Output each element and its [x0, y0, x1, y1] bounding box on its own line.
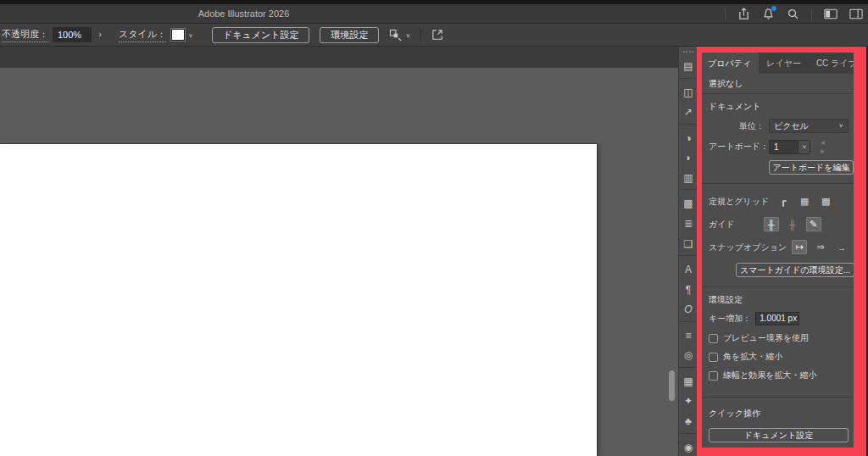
graphic-styles-panel-icon[interactable]: ✦	[680, 392, 697, 408]
opacity-label[interactable]: 不透明度：	[2, 28, 48, 42]
chevron-down-icon: ∨	[838, 123, 843, 129]
tab-layers[interactable]: レイヤー	[759, 53, 809, 74]
chevron-down-icon[interactable]: ∨	[188, 31, 193, 37]
bell-icon[interactable]	[762, 8, 775, 20]
title-bar: Adobe Illustrator 2026	[0, 4, 868, 24]
snap-options-label: スナップオプション	[709, 242, 787, 253]
scale-strokes-effects-checkbox[interactable]	[709, 371, 718, 381]
use-preview-bounds-label: プレビュー境界を使用	[723, 332, 809, 344]
smart-guides-icon[interactable]: ✎	[806, 217, 821, 231]
tab-cc-libraries[interactable]: CC ライブラリ	[809, 53, 868, 74]
control-bar: 不透明度： 100% › スタイル： ∨ ドキュメント設定 環境設定 ∨ ↦ ∩…	[0, 24, 868, 47]
document-heading: ドキュメント	[709, 101, 849, 113]
opacity-expand-button[interactable]: ›	[93, 27, 107, 42]
vertical-scrollbar[interactable]	[669, 370, 675, 401]
opacity-input[interactable]: 100%	[53, 27, 92, 42]
search-icon[interactable]	[787, 8, 799, 20]
rulers-grid-label: 定規とグリッド	[709, 196, 769, 208]
key-increment-input[interactable]: 1.0001 px	[755, 312, 799, 325]
artboard[interactable]	[0, 144, 597, 456]
gradient-panel-icon[interactable]: ◗	[680, 149, 697, 164]
smart-guides-preferences-button[interactable]: スマートガイドの環境設定...	[736, 263, 854, 277]
tab-properties[interactable]: プロパティ	[700, 53, 759, 74]
toolbar-divider	[420, 28, 421, 42]
unit-select[interactable]: ピクセル ∨	[769, 119, 849, 133]
window-icon[interactable]	[849, 8, 863, 19]
character-panel-icon[interactable]: A	[680, 261, 697, 276]
guides-label: ガイド	[709, 219, 735, 231]
properties-panel-icon[interactable]: ▤	[680, 58, 697, 73]
preferences-button[interactable]: 環境設定	[320, 27, 379, 43]
scale-strokes-effects-label: 線幅と効果を拡大・縮小	[723, 370, 816, 381]
snap-to-pixel-icon[interactable]: →	[834, 240, 849, 254]
quick-actions-heading: クイック操作	[709, 408, 849, 420]
dock-group-divider	[679, 255, 698, 256]
paragraph-panel-icon[interactable]: ¶	[680, 281, 697, 297]
artboard-select[interactable]: 1	[769, 140, 798, 154]
quick-actions-section: クイック操作 ドキュメント設定 環境設定 ベクターを生成	[700, 408, 854, 456]
quick-preferences-button[interactable]: 環境設定	[709, 448, 849, 456]
show-guides-icon[interactable]: ╫	[764, 217, 779, 231]
edit-artboards-button[interactable]: アートボードを編集	[769, 160, 854, 175]
preferences-heading: 環境設定	[709, 294, 849, 306]
asset-export-panel-icon[interactable]: ◉	[680, 439, 697, 454]
dock-group-divider	[679, 78, 698, 79]
selection-status: 選択なし	[700, 74, 854, 94]
rulers-guides-section: 定規とグリッド ┏ ▦ ▩ ガイド ╫ ╫ ✎ スナップオプション ↦	[700, 194, 854, 287]
share-icon[interactable]	[737, 8, 750, 20]
chevron-down-icon: ∨	[802, 143, 807, 149]
arrange-icon[interactable]: ∨	[389, 29, 410, 41]
symbols-panel-icon[interactable]: ♣	[680, 413, 697, 428]
export-canvas-icon[interactable]	[431, 29, 444, 42]
use-preview-bounds-checkbox[interactable]	[709, 334, 718, 343]
grid-icon[interactable]: ▦	[797, 194, 812, 209]
dock-group-divider	[679, 124, 698, 125]
workspace-icon[interactable]	[824, 8, 837, 19]
appearance-panel-icon[interactable]: ▦	[680, 373, 697, 388]
pathfinder-panel-icon[interactable]: ❏	[680, 236, 697, 251]
color-panel-icon[interactable]: ◑	[680, 130, 697, 145]
opentype-panel-icon[interactable]: O	[680, 301, 697, 316]
quick-document-setup-button[interactable]: ドキュメント設定	[709, 428, 849, 442]
pixel-grid-icon[interactable]: ▩	[818, 194, 833, 209]
key-increment-label: キー増加：	[709, 313, 751, 325]
chevron-down-icon[interactable]: ∨	[405, 31, 410, 37]
artboard-nav-arrows[interactable]: ◂ ▸	[821, 138, 849, 155]
dock-group-divider	[679, 433, 698, 434]
stroke-panel-icon[interactable]: ≡	[680, 327, 697, 342]
artboard-select-chevron[interactable]: ∨	[798, 140, 810, 154]
pattern-panel-icon[interactable]: ▥	[680, 170, 697, 185]
unit-value: ピクセル	[774, 120, 809, 132]
style-swatch[interactable]	[171, 29, 185, 41]
panel-tab-bar: プロパティ レイヤー CC ライブラリ	[700, 53, 854, 74]
lock-guides-icon[interactable]: ╫	[785, 217, 800, 231]
dock-group-divider	[679, 189, 698, 190]
export-panel-icon[interactable]: ↗	[680, 103, 697, 119]
panel-dock: ▤◫↗◑◗▥▩≣❏A¶O≡◎▦✦♣◉	[678, 47, 698, 456]
artboard-label: アートボード：	[709, 141, 765, 153]
dock-group-divider	[679, 367, 698, 368]
snap-to-grid-icon[interactable]: ⇒	[813, 240, 828, 254]
app-window: Adobe Illustrator 2026	[0, 0, 868, 456]
document-section: ドキュメント 単位： ピクセル ∨ アートボード： 1 ∨ ◂ ▸ アートボード…	[700, 101, 854, 184]
document-setup-button[interactable]: ドキュメント設定	[212, 27, 310, 43]
preferences-section: 環境設定 キー増加： 1.0001 px プレビュー境界を使用 角を拡大・縮小 …	[700, 294, 854, 398]
dock-group-divider	[679, 321, 698, 322]
unit-label: 単位：	[709, 120, 765, 132]
transparency-panel-icon[interactable]: ◎	[680, 347, 697, 362]
notification-dot	[771, 6, 776, 11]
properties-panel: プロパティ レイヤー CC ライブラリ 選択なし ドキュメント 単位： ピクセル…	[700, 53, 854, 456]
window-title: Adobe Illustrator 2026	[182, 4, 305, 24]
snap-to-point-icon[interactable]: ↦	[792, 240, 807, 254]
scale-corners-label: 角を拡大・縮小	[723, 351, 782, 363]
artboards-panel-icon[interactable]: ◫	[680, 84, 697, 99]
style-label[interactable]: スタイル：	[119, 28, 166, 42]
scale-corners-checkbox[interactable]	[709, 353, 718, 362]
titlebar-divider	[811, 8, 812, 20]
align-panel-icon[interactable]: ≣	[680, 215, 697, 231]
titlebar-divider	[725, 8, 726, 20]
ruler-corner-icon[interactable]: ┏	[776, 194, 791, 209]
pasteboard-top	[0, 47, 698, 68]
transform-panel-icon[interactable]: ▩	[680, 195, 697, 210]
dock-drag-handle[interactable]	[683, 51, 693, 53]
